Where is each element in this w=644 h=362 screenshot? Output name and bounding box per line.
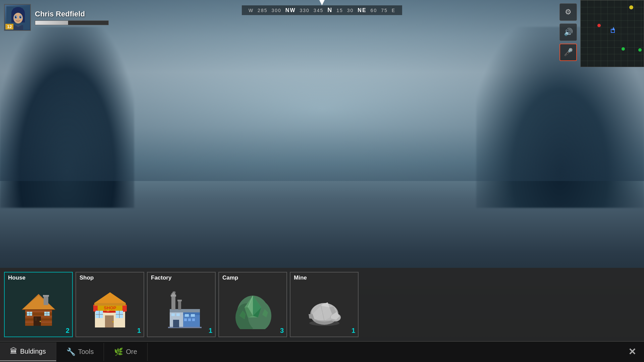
building-item-factory[interactable]: Factory (147, 272, 216, 337)
svg-point-25 (40, 321, 41, 322)
svg-marker-19 (22, 296, 55, 310)
compass-60: 60 (371, 8, 377, 13)
building-image-mine (290, 281, 358, 337)
building-count-house: 2 (66, 327, 69, 335)
svg-rect-47 (94, 303, 126, 306)
svg-rect-67 (173, 320, 179, 327)
svg-point-6 (15, 16, 16, 18)
settings-button[interactable]: ⚙ (559, 3, 577, 21)
building-name-shop: Shop (76, 273, 97, 281)
minimap-player (611, 29, 615, 33)
compass: W 285 300 NW 330 345 N 15 30 NE 60 75 E (242, 0, 402, 15)
compass-e: E (392, 8, 395, 13)
svg-rect-56 (191, 314, 195, 317)
compass-indicator (319, 0, 325, 5)
building-image-factory (148, 281, 215, 337)
compass-bar: W 285 300 NW 330 345 N 15 30 NE 60 75 E (242, 5, 402, 15)
svg-rect-65 (177, 300, 182, 301)
gear-icon: ⚙ (565, 8, 572, 16)
avatar: 12 (4, 4, 31, 31)
svg-point-8 (16, 16, 16, 17)
building-count-mine: 1 (352, 327, 355, 335)
tab-bar: 🏛 Buldings 🔧 Tools 🌿 Ore ✕ (0, 341, 644, 362)
building-item-mine[interactable]: Mine (290, 272, 359, 337)
player-name: Chris Redfield (35, 10, 109, 18)
tab-ore[interactable]: 🌿 Ore (104, 343, 147, 361)
minimap-dot-yellow (629, 5, 633, 9)
building-name-house: House (5, 273, 29, 281)
compass-nw: NW (285, 7, 296, 13)
buildings-tab-label: Buldings (20, 348, 46, 355)
compass-15: 15 (336, 8, 343, 13)
svg-point-63 (172, 291, 176, 293)
compass-w: W (249, 8, 254, 13)
tab-tools[interactable]: 🔧 Tools (56, 343, 104, 361)
minimap-grid (581, 0, 644, 67)
svg-rect-21 (44, 296, 48, 305)
mic-icon: 🎤 (564, 48, 573, 57)
building-name-factory: Factory (148, 273, 175, 281)
building-image-camp (219, 281, 286, 337)
building-name-camp: Camp (219, 273, 241, 281)
top-right-controls: ⚙ 🔊 🎤 (559, 3, 577, 61)
svg-rect-60 (171, 296, 175, 310)
tools-tab-label: Tools (78, 348, 94, 356)
health-bar-fill (35, 21, 68, 25)
compass-n: N (327, 7, 332, 14)
svg-point-10 (18, 19, 19, 19)
svg-marker-48 (94, 292, 126, 303)
svg-rect-39 (105, 315, 114, 327)
ore-tab-icon: 🌿 (114, 348, 123, 356)
building-grid: House (0, 268, 644, 341)
player-hud: 12 Chris Redfield (4, 4, 109, 31)
svg-rect-59 (192, 318, 195, 321)
minimap (580, 0, 644, 67)
ore-tab-label: Ore (126, 348, 137, 356)
tools-tab-icon: 🔧 (66, 348, 75, 356)
tab-buildings[interactable]: 🏛 Buldings (0, 342, 56, 361)
svg-point-91 (309, 320, 339, 326)
bottom-panel: House (0, 268, 644, 362)
compass-345: 345 (314, 8, 323, 13)
health-bar (35, 20, 109, 25)
compass-330: 330 (300, 8, 309, 13)
svg-rect-24 (35, 317, 37, 321)
level-badge: 12 (5, 24, 13, 29)
building-image-house (5, 281, 72, 337)
building-count-shop: 1 (137, 327, 141, 335)
buildings-tab-icon: 🏛 (10, 347, 17, 356)
building-item-shop[interactable]: Shop SHOP (75, 272, 144, 337)
compass-285: 285 (258, 8, 267, 13)
minimap-dot-red (597, 24, 601, 27)
svg-rect-53 (171, 313, 175, 316)
svg-point-40 (112, 321, 114, 322)
svg-point-7 (20, 16, 21, 18)
svg-rect-55 (185, 314, 189, 317)
compass-30: 30 (347, 8, 354, 13)
svg-rect-57 (184, 318, 187, 321)
building-item-house[interactable]: House (4, 272, 73, 337)
building-image-shop: SHOP (76, 281, 144, 337)
sound-icon: 🔊 (564, 28, 573, 37)
building-count-camp: 3 (280, 327, 284, 335)
svg-rect-58 (188, 318, 191, 321)
mic-button[interactable]: 🎤 (559, 44, 577, 61)
building-item-camp[interactable]: Camp (218, 272, 287, 337)
sound-button[interactable]: 🔊 (559, 23, 577, 41)
compass-75: 75 (381, 8, 388, 13)
minimap-dot-green-1 (638, 48, 642, 52)
building-name-mine: Mine (290, 273, 310, 281)
svg-text:SHOP: SHOP (104, 305, 116, 310)
compass-300: 300 (271, 8, 281, 13)
svg-rect-54 (176, 313, 180, 316)
compass-ne: NE (358, 7, 366, 13)
minimap-dot-green-2 (622, 47, 625, 51)
building-count-factory: 1 (209, 327, 212, 335)
svg-point-9 (20, 16, 21, 17)
player-info: Chris Redfield (35, 10, 109, 25)
svg-rect-22 (43, 295, 49, 297)
close-button[interactable]: ✕ (620, 342, 644, 362)
svg-rect-64 (178, 301, 181, 310)
